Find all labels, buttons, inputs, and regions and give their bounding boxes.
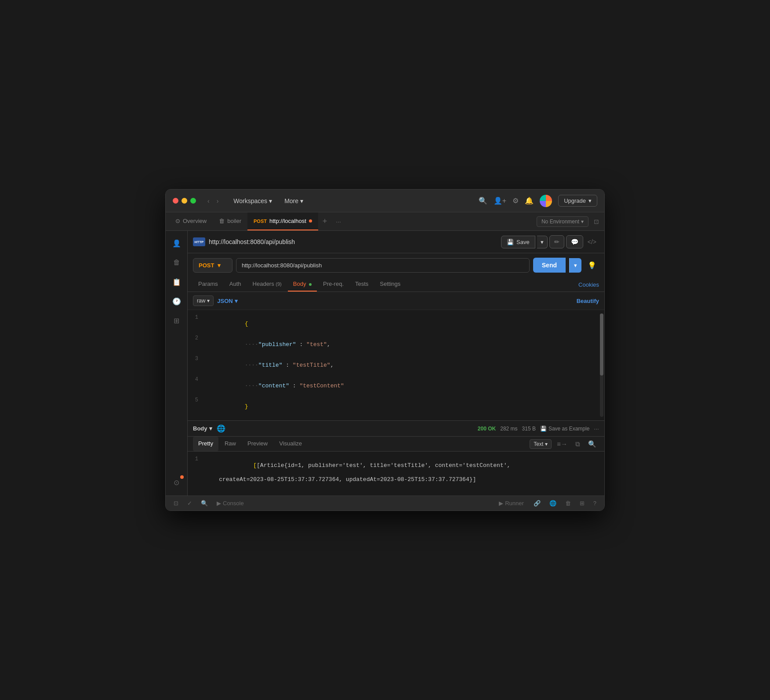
response-content-2: createAt=2023-08-25T15:37:37.727364, upd… (203, 476, 476, 483)
notification-dot (180, 475, 184, 479)
response-subtabs: Pretty Raw Preview Visualize Text ▾ ≡→ ⧉… (188, 437, 604, 452)
forward-button[interactable]: › (214, 196, 222, 206)
url-input[interactable] (236, 258, 530, 273)
comment-button[interactable]: 💬 (566, 235, 583, 248)
add-tab-button[interactable]: + (318, 217, 332, 226)
method-selector[interactable]: POST ▾ (193, 258, 232, 273)
bell-icon[interactable]: 🔔 (525, 197, 534, 205)
lightbulb-button[interactable]: 💡 (585, 259, 599, 272)
subtab-tests[interactable]: Tests (350, 277, 374, 292)
cookies-button[interactable]: Cookies (578, 281, 599, 288)
url-bar-row: HTTP http://localhost:8080/api/publish 💾… (188, 231, 604, 253)
code-line-5: 5 } (188, 396, 604, 417)
bottom-check-btn[interactable]: ✓ (185, 498, 195, 508)
settings-icon[interactable]: ⚙ (512, 197, 519, 205)
send-dropdown-button[interactable]: ▾ (569, 258, 581, 273)
search-response-button[interactable]: 🔍 (585, 438, 599, 450)
response-header: Body ▾ 🌐 200 OK 282 ms 315 B 💾 Save as E… (188, 421, 604, 437)
bottom-search-btn[interactable]: 🔍 (198, 498, 211, 508)
code-button[interactable]: </> (585, 236, 599, 248)
tab-options-button[interactable]: ··· (331, 218, 345, 225)
minimize-button[interactable] (182, 198, 187, 204)
fullscreen-button[interactable] (190, 198, 196, 204)
close-button[interactable] (173, 198, 178, 204)
sidebar-apis-btn[interactable]: 📋 (169, 274, 185, 290)
traffic-lights (173, 198, 196, 204)
text-format-selector[interactable]: Text ▾ (530, 439, 552, 449)
editor-scrollbar[interactable] (600, 314, 603, 417)
subtab-params[interactable]: Params (193, 277, 223, 292)
status-badge: 200 OK (478, 426, 496, 432)
send-button[interactable]: Send (533, 258, 566, 273)
code-line-4: 4 ····"content" : "testContent" (188, 376, 604, 396)
subtab-body[interactable]: Body (288, 277, 317, 292)
search-icon[interactable]: 🔍 (479, 197, 487, 205)
resp-subtab-preview[interactable]: Preview (242, 437, 273, 451)
collection-icon: 🗑 (219, 218, 225, 224)
console-icon: ▶ (217, 500, 221, 507)
bottom-bar: ⊡ ✓ 🔍 ▶ Console ▶ Runner 🔗 🌐 🗑 ⊞ ? (166, 496, 604, 510)
save-example-button[interactable]: 💾 Save as Example (540, 426, 589, 432)
method-url-row: POST ▾ Send ▾ 💡 (188, 253, 604, 277)
more-button[interactable]: More ▾ (281, 196, 307, 206)
console-button[interactable]: ▶ Console (214, 498, 247, 508)
bottom-globe-btn[interactable]: 🌐 (547, 498, 559, 508)
resp-subtab-visualize[interactable]: Visualize (274, 437, 307, 451)
response-more-button[interactable]: ··· (594, 425, 599, 432)
response-body: 1 [[Article{id=1, publisher='test', titl… (188, 452, 604, 496)
invite-icon[interactable]: 👤+ (494, 197, 506, 205)
subtab-settings[interactable]: Settings (374, 277, 406, 292)
tab-overview[interactable]: ⊙ Overview (169, 212, 213, 230)
code-editor[interactable]: 1 { 2 ····"publisher" : "test", 3 ····"t… (188, 310, 604, 420)
response-content: [[Article{id=1, publisher='test', title=… (203, 456, 510, 475)
resp-subtab-pretty[interactable]: Pretty (193, 437, 218, 451)
bottom-link-btn[interactable]: 🔗 (531, 498, 543, 508)
response-body-selector[interactable]: Body ▾ (193, 425, 212, 432)
subtab-auth[interactable]: Auth (224, 277, 247, 292)
runner-button[interactable]: ▶ Runner (495, 498, 527, 508)
bottom-grid-btn[interactable]: ⊞ (577, 498, 587, 508)
beautify-button[interactable]: Beautify (577, 298, 599, 304)
code-line-1: 1 { (188, 314, 604, 334)
env-area: No Environment ▾ ⊡ (537, 212, 604, 230)
overview-icon: ⊙ (175, 218, 180, 224)
postman-logo[interactable] (540, 195, 552, 207)
bottom-help-btn[interactable]: ? (591, 498, 599, 508)
copy-button[interactable]: ⧉ (573, 438, 583, 450)
json-type-selector[interactable]: JSON ▾ (217, 298, 237, 304)
sidebar-collections-btn[interactable]: 🗑 (169, 255, 185, 270)
body-options-row: raw ▾ JSON ▾ Beautify (188, 292, 604, 310)
sidebar-profile-btn[interactable]: 👤 (169, 235, 185, 251)
http-icon: HTTP (193, 237, 205, 246)
wrap-button[interactable]: ≡→ (554, 438, 570, 449)
tab-request[interactable]: POST http://localhost (247, 212, 318, 230)
runner-icon: ▶ (499, 500, 503, 507)
sidebar-bottom-area: ⊙ (169, 474, 185, 490)
save-dropdown-button[interactable]: ▾ (537, 236, 548, 248)
sidebar-history-btn[interactable]: 🕐 (169, 293, 185, 309)
tab-collection[interactable]: 🗑 boiler (213, 212, 247, 230)
save-button[interactable]: 💾 Save (501, 236, 535, 248)
subtabs-right: Cookies (578, 281, 599, 288)
titlebar-right: 🔍 👤+ ⚙ 🔔 Upgrade ▾ (479, 195, 597, 207)
workspaces-button[interactable]: Workspaces ▾ (230, 196, 276, 206)
globe-icon: 🌐 (217, 424, 225, 433)
unsaved-dot (309, 219, 312, 222)
app-window: ‹ › Workspaces ▾ More ▾ 🔍 👤+ ⚙ 🔔 Upgrade… (165, 189, 605, 511)
subtab-prereq[interactable]: Pre-req. (318, 277, 349, 292)
response-meta: 200 OK 282 ms 315 B 💾 Save as Example ··… (478, 425, 599, 432)
back-button[interactable]: ‹ (205, 196, 212, 206)
bottom-trash-btn[interactable]: 🗑 (563, 498, 574, 508)
body-type-selector[interactable]: raw ▾ (193, 295, 214, 306)
navigation-buttons: ‹ › (205, 196, 221, 206)
subtab-headers[interactable]: Headers (9) (247, 277, 287, 292)
upgrade-button[interactable]: Upgrade ▾ (558, 195, 597, 207)
sidebar: 👤 🗑 📋 🕐 ⊞ ⊙ (166, 231, 188, 496)
bottom-layout-btn[interactable]: ⊡ (171, 498, 181, 508)
resp-subtab-raw[interactable]: Raw (219, 437, 241, 451)
sidebar-environments-btn[interactable]: ⊞ (169, 313, 185, 328)
edit-button[interactable]: ✏ (549, 235, 564, 248)
response-line-1: 1 [[Article{id=1, publisher='test', titl… (188, 455, 604, 476)
environment-selector[interactable]: No Environment ▾ (537, 216, 588, 227)
layout-icon-button[interactable]: ⊡ (592, 216, 601, 227)
